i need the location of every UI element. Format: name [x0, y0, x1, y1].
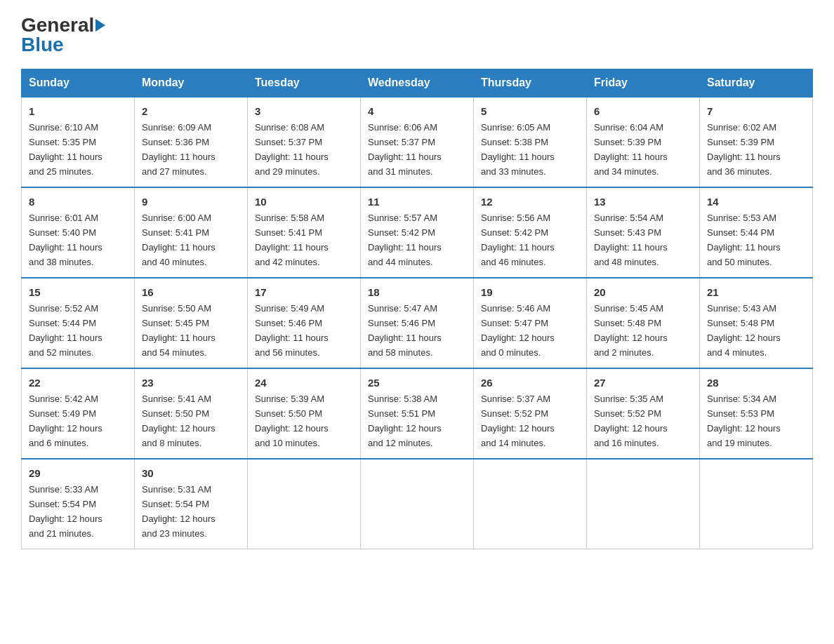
day-number: 8: [29, 194, 127, 210]
day-info-line: and 10 minutes.: [255, 438, 320, 448]
day-info-line: Daylight: 11 hours: [255, 333, 329, 343]
calendar-cell: 4Sunrise: 6:06 AMSunset: 5:37 PMDaylight…: [361, 97, 474, 187]
calendar-cell: 23Sunrise: 5:41 AMSunset: 5:50 PMDayligh…: [135, 368, 248, 459]
day-info-line: and 6 minutes.: [29, 438, 88, 448]
day-info-line: Sunrise: 6:09 AM: [142, 122, 211, 133]
day-info-line: Sunrise: 5:52 AM: [29, 303, 98, 314]
day-info-line: Sunrise: 5:31 AM: [142, 484, 211, 495]
calendar-day-header: Monday: [135, 69, 248, 98]
calendar-day-header: Sunday: [22, 69, 135, 98]
day-info-line: and 44 minutes.: [368, 257, 433, 267]
day-info-line: Sunrise: 5:41 AM: [142, 394, 211, 404]
day-info-line: Sunrise: 5:57 AM: [368, 213, 437, 223]
day-info-line: and 19 minutes.: [707, 438, 772, 448]
day-info-line: Daylight: 12 hours: [594, 423, 668, 434]
day-info-line: and 2 minutes.: [594, 347, 654, 358]
day-info-line: and 40 minutes.: [142, 257, 207, 267]
day-info-line: Sunset: 5:41 PM: [255, 227, 322, 238]
day-info-line: Sunset: 5:52 PM: [481, 408, 548, 419]
calendar-cell: 1Sunrise: 6:10 AMSunset: 5:35 PMDaylight…: [22, 97, 135, 187]
calendar-cell: 18Sunrise: 5:47 AMSunset: 5:46 PMDayligh…: [361, 278, 474, 368]
day-info-line: and 50 minutes.: [707, 257, 772, 267]
logo: General Blue: [21, 14, 107, 56]
day-number: 11: [368, 194, 466, 210]
calendar-table: SundayMondayTuesdayWednesdayThursdayFrid…: [21, 69, 813, 549]
day-info-line: Sunrise: 5:56 AM: [481, 213, 550, 223]
day-info-line: Daylight: 11 hours: [368, 152, 442, 162]
day-number: 10: [255, 194, 353, 210]
calendar-cell: 10Sunrise: 5:58 AMSunset: 5:41 PMDayligh…: [248, 187, 361, 278]
day-info-line: Daylight: 11 hours: [255, 152, 329, 162]
day-info-line: Daylight: 11 hours: [707, 242, 781, 253]
day-info-line: Sunset: 5:46 PM: [255, 318, 322, 328]
calendar-header: SundayMondayTuesdayWednesdayThursdayFrid…: [22, 69, 813, 98]
day-info-line: and 8 minutes.: [142, 438, 201, 448]
day-info-line: Sunrise: 6:00 AM: [142, 213, 211, 223]
day-info-line: Sunset: 5:44 PM: [707, 227, 774, 238]
day-number: 6: [594, 103, 692, 119]
calendar-cell: 8Sunrise: 6:01 AMSunset: 5:40 PMDaylight…: [22, 187, 135, 278]
day-number: 29: [29, 465, 127, 481]
day-info-line: Sunset: 5:48 PM: [594, 318, 661, 328]
day-info-line: and 54 minutes.: [142, 347, 207, 358]
day-info-line: Sunset: 5:39 PM: [707, 137, 774, 147]
day-number: 12: [481, 194, 579, 210]
day-info-line: Daylight: 11 hours: [368, 242, 442, 253]
day-info-line: Daylight: 12 hours: [368, 423, 442, 434]
day-info-line: Sunset: 5:49 PM: [29, 408, 96, 419]
day-number: 18: [368, 284, 466, 300]
day-info-line: Sunrise: 5:45 AM: [594, 303, 663, 314]
calendar-cell: 26Sunrise: 5:37 AMSunset: 5:52 PMDayligh…: [474, 368, 587, 459]
day-info-line: and 27 minutes.: [142, 166, 207, 177]
day-number: 27: [594, 375, 692, 391]
day-info-line: Daylight: 12 hours: [255, 423, 329, 434]
day-number: 15: [29, 284, 127, 300]
day-number: 26: [481, 375, 579, 391]
day-number: 13: [594, 194, 692, 210]
day-info-line: and 38 minutes.: [29, 257, 94, 267]
day-info-line: Daylight: 11 hours: [29, 333, 102, 343]
calendar-day-header: Wednesday: [361, 69, 474, 98]
day-info-line: Sunrise: 5:58 AM: [255, 213, 324, 223]
day-info-line: Sunrise: 5:43 AM: [707, 303, 776, 314]
day-number: 9: [142, 194, 240, 210]
day-info-line: Sunset: 5:39 PM: [594, 137, 661, 147]
calendar-cell: 28Sunrise: 5:34 AMSunset: 5:53 PMDayligh…: [700, 368, 813, 459]
calendar-cell: [248, 459, 361, 549]
day-number: 7: [707, 103, 805, 119]
day-info-line: Daylight: 11 hours: [481, 242, 555, 253]
calendar-cell: 19Sunrise: 5:46 AMSunset: 5:47 PMDayligh…: [474, 278, 587, 368]
page-header: General Blue: [21, 14, 813, 56]
day-info-line: and 14 minutes.: [481, 438, 546, 448]
day-number: 2: [142, 103, 240, 119]
day-info-line: and 33 minutes.: [481, 166, 546, 177]
day-info-line: Sunset: 5:54 PM: [142, 499, 209, 509]
calendar-cell: 2Sunrise: 6:09 AMSunset: 5:36 PMDaylight…: [135, 97, 248, 187]
day-info-line: and 29 minutes.: [255, 166, 320, 177]
day-info-line: Sunset: 5:50 PM: [255, 408, 322, 419]
day-info-line: Sunrise: 6:02 AM: [707, 122, 776, 133]
day-info-line: Sunrise: 6:08 AM: [255, 122, 324, 133]
day-info-line: and 12 minutes.: [368, 438, 433, 448]
day-info-line: Daylight: 11 hours: [594, 242, 668, 253]
day-number: 28: [707, 375, 805, 391]
day-info-line: Sunset: 5:40 PM: [29, 227, 96, 238]
calendar-cell: 12Sunrise: 5:56 AMSunset: 5:42 PMDayligh…: [474, 187, 587, 278]
day-number: 21: [707, 284, 805, 300]
day-info-line: Daylight: 11 hours: [142, 242, 216, 253]
day-info-line: Sunset: 5:50 PM: [142, 408, 209, 419]
day-info-line: Sunrise: 5:39 AM: [255, 394, 324, 404]
day-info-line: Sunset: 5:47 PM: [481, 318, 548, 328]
day-info-line: and 42 minutes.: [255, 257, 320, 267]
day-info-line: Sunset: 5:43 PM: [594, 227, 661, 238]
calendar-cell: 5Sunrise: 6:05 AMSunset: 5:38 PMDaylight…: [474, 97, 587, 187]
calendar-cell: [474, 459, 587, 549]
day-info-line: Sunset: 5:52 PM: [594, 408, 661, 419]
day-info-line: Sunset: 5:46 PM: [368, 318, 435, 328]
day-number: 24: [255, 375, 353, 391]
day-info-line: Sunrise: 6:01 AM: [29, 213, 98, 223]
day-info-line: Daylight: 11 hours: [29, 152, 102, 162]
day-info-line: and 4 minutes.: [707, 347, 767, 358]
day-info-line: Daylight: 11 hours: [368, 333, 442, 343]
calendar-cell: 14Sunrise: 5:53 AMSunset: 5:44 PMDayligh…: [700, 187, 813, 278]
